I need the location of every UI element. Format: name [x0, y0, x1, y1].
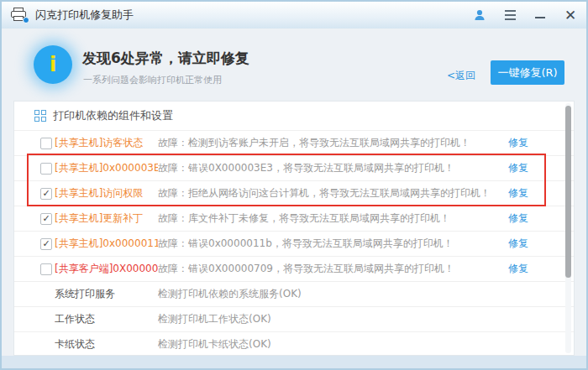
- one-click-repair-button[interactable]: 一键修复(R): [491, 60, 564, 85]
- row-label: [共享主机]0x000003E3: [55, 161, 158, 175]
- row-description: 检测打印机工作状态(OK): [158, 312, 565, 326]
- user-icon[interactable]: [472, 8, 487, 23]
- row-checkbox-checked[interactable]: ✓: [40, 238, 52, 250]
- row-label: [共享客户端]0X00000709: [55, 262, 158, 276]
- printer-app-icon: [10, 8, 29, 23]
- row-checkbox-checked[interactable]: ✓: [40, 213, 52, 225]
- issue-row: [共享主机]访客状态故障：检测到访客账户未开启，将导致无法互联局域网共享的打印机…: [14, 130, 574, 155]
- fix-link[interactable]: 修复: [508, 186, 528, 201]
- issue-list: [共享主机]访客状态故障：检测到访客账户未开启，将导致无法互联局域网共享的打印机…: [14, 130, 574, 356]
- row-label: [共享主机]更新补丁: [55, 211, 158, 226]
- issue-row: 系统打印服务检测打印机依赖的系统服务(OK): [14, 281, 574, 306]
- fix-link[interactable]: 修复: [508, 237, 528, 251]
- fix-link[interactable]: 修复: [508, 136, 528, 150]
- issue-row: 卡纸状态检测打印机卡纸状态(OK): [14, 331, 574, 356]
- row-description: 故障：错误0x0000011b，将导致无法互联局域网共享的打印机！: [158, 237, 508, 251]
- row-checkbox-unchecked[interactable]: [40, 163, 52, 175]
- info-icon: i: [34, 45, 72, 84]
- scan-result-header: i 发现6处异常，请立即修复 一系列问题会影响打印机正常使用 <返回 一键修复(…: [2, 29, 586, 101]
- row-description: 故障：拒绝从网络访问这台计算机，将导致无法互联局域网共享的打印机！: [158, 186, 508, 201]
- content-area: 打印机依赖的组件和设置 [共享主机]访客状态故障：检测到访客账户未开启，将导致无…: [2, 101, 586, 356]
- row-description: 检测打印机卡纸状态(OK): [158, 337, 565, 352]
- row-label: [共享主机]访客状态: [55, 136, 158, 150]
- titlebar: 闪克打印机修复助手 ✕: [2, 2, 586, 29]
- row-label: 卡纸状态: [55, 337, 158, 352]
- result-subtitle: 一系列问题会影响打印机正常使用: [83, 74, 222, 86]
- issue-row: ✓[共享主机]更新补丁故障：库文件补丁未修复，将导致无法互联局域网共享的打印机！…: [14, 206, 574, 231]
- row-description: 故障：库文件补丁未修复，将导致无法互联局域网共享的打印机！: [158, 211, 508, 226]
- row-description: 故障：错误0X000003E3，将导致无法互联局域网共享的打印机！: [158, 161, 508, 175]
- issue-row: ✓[共享主机]0x0000011b故障：错误0x0000011b，将导致无法互联…: [14, 231, 574, 256]
- row-label: [共享主机]0x0000011b: [55, 237, 158, 251]
- fix-link[interactable]: 修复: [508, 211, 528, 226]
- issues-card: 打印机依赖的组件和设置 [共享主机]访客状态故障：检测到访客账户未开启，将导致无…: [13, 101, 575, 356]
- row-description: 检测打印机依赖的系统服务(OK): [158, 287, 565, 301]
- fix-link[interactable]: 修复: [508, 262, 528, 276]
- row-description: 故障：错误0X00000709，将导致无法互联局域网共享的打印机！: [158, 262, 508, 276]
- section-header: 打印机依赖的组件和设置: [14, 102, 574, 130]
- issue-row: [共享主机]0x000003E3故障：错误0X000003E3，将导致无法互联局…: [14, 155, 574, 180]
- section-title: 打印机依赖的组件和设置: [53, 108, 173, 123]
- row-label: 系统打印服务: [55, 287, 158, 301]
- back-link[interactable]: <返回: [447, 69, 475, 83]
- minimize-icon[interactable]: [533, 8, 548, 23]
- menu-icon[interactable]: [502, 8, 517, 23]
- issue-row: ✓[共享主机]访问权限故障：拒绝从网络访问这台计算机，将导致无法互联局域网共享的…: [14, 180, 574, 206]
- scrollbar-thumb[interactable]: [565, 106, 571, 278]
- row-checkbox-checked[interactable]: ✓: [40, 188, 52, 200]
- row-label: 工作状态: [55, 312, 158, 326]
- issue-row: 工作状态检测打印机工作状态(OK): [14, 306, 574, 331]
- row-label: [共享主机]访问权限: [55, 186, 158, 201]
- footer-strip: [2, 356, 586, 368]
- result-title: 发现6处异常，请立即修复: [82, 49, 249, 68]
- row-checkbox-unchecked[interactable]: [40, 138, 52, 149]
- components-grid-icon: [34, 110, 46, 122]
- issue-row: [共享客户端]0X00000709故障：错误0X00000709，将导致无法互联…: [14, 256, 574, 281]
- app-window: 闪克打印机修复助手 ✕ i 发现6处异常，请立即修复 一系列问题会影响打印机正常…: [0, 0, 588, 370]
- row-description: 故障：检测到访客账户未开启，将导致无法互联局域网共享的打印机！: [158, 136, 508, 150]
- row-checkbox-unchecked[interactable]: [40, 263, 52, 275]
- app-title: 闪克打印机修复助手: [35, 8, 134, 23]
- fix-link[interactable]: 修复: [508, 161, 528, 175]
- close-icon[interactable]: ✕: [563, 8, 578, 23]
- scrollbar[interactable]: [565, 103, 571, 353]
